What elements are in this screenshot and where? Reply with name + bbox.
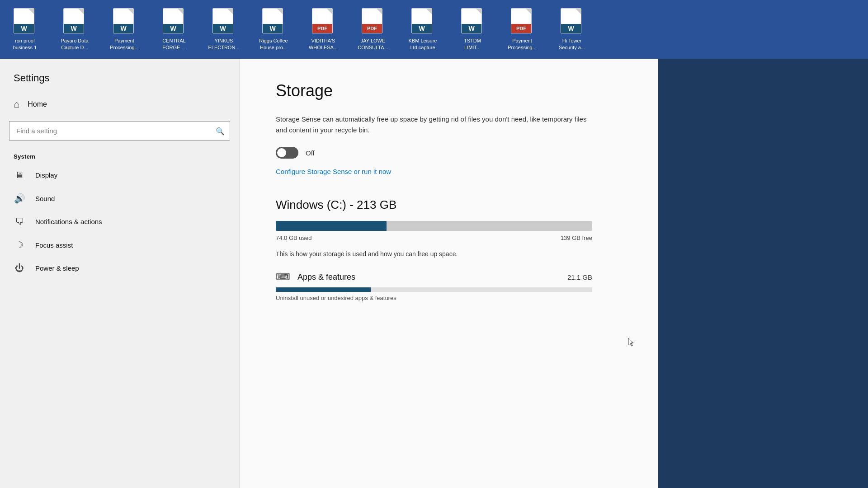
storage-sense-toggle-row: Off <box>276 147 622 159</box>
main-content: Storage Storage Sense can automatically … <box>240 59 658 488</box>
desktop-file-icon[interactable]: WCENTRAL FORGE ... <box>154 8 194 51</box>
display-icon: 🖥 <box>14 170 25 180</box>
focus-label: Focus assist <box>35 241 73 249</box>
toggle-knob <box>277 148 286 157</box>
sound-icon: 🔊 <box>14 193 25 204</box>
focus-icon: ☽ <box>14 239 25 250</box>
system-section-label: System <box>0 150 239 164</box>
sound-label: Sound <box>35 195 55 202</box>
search-icon: 🔍 <box>216 127 225 135</box>
settings-sidebar: Settings ⌂ Home 🔍 System 🖥 Display 🔊 Sou… <box>0 59 240 488</box>
apps-size: 21.1 GB <box>567 273 592 281</box>
apps-bar-used <box>276 287 371 292</box>
search-box: 🔍 <box>9 121 230 141</box>
power-icon: ⏻ <box>14 263 25 273</box>
desktop-file-icon[interactable]: WRiggs Coffee House pro... <box>253 8 294 51</box>
storage-bar <box>276 221 592 231</box>
power-label: Power & sleep <box>35 264 79 272</box>
home-nav-item[interactable]: ⌂ Home <box>0 93 239 116</box>
storage-sense-description: Storage Sense can automatically free up … <box>276 114 592 136</box>
sidebar-item-sound[interactable]: 🔊 Sound <box>0 187 239 210</box>
display-label: Display <box>35 171 57 179</box>
apps-icon: ⌨ <box>276 271 290 283</box>
drive-title: Windows (C:) - 213 GB <box>276 198 622 212</box>
storage-sense-toggle[interactable] <box>276 147 298 159</box>
home-icon: ⌂ <box>14 99 19 110</box>
used-label: 74.0 GB used <box>276 235 312 241</box>
settings-window: Settings ⌂ Home 🔍 System 🖥 Display 🔊 Sou… <box>0 59 658 488</box>
sidebar-item-notifications[interactable]: 🗨 Notifications & actions <box>0 210 239 233</box>
apps-features-row: ⌨ Apps & features 21.1 GB <box>276 271 592 283</box>
desktop-file-icon[interactable]: Wron proof business 1 <box>5 8 45 51</box>
apps-bar <box>276 287 592 292</box>
desktop-file-icon[interactable]: PDFPayment Processing... <box>502 8 542 51</box>
notifications-icon: 🗨 <box>14 216 25 227</box>
apps-label: Apps & features <box>297 272 355 282</box>
desktop-file-icon[interactable]: WKBM Leisure Ltd capture <box>402 8 443 51</box>
apps-left: ⌨ Apps & features <box>276 271 355 283</box>
sidebar-item-power-sleep[interactable]: ⏻ Power & sleep <box>0 257 239 280</box>
page-title: Storage <box>276 81 622 100</box>
desktop-file-icon[interactable]: PDFJAY LOWE CONSULTA... <box>353 8 393 51</box>
storage-bar-used <box>276 221 387 231</box>
desktop-file-icon[interactable]: WPayment Processing... <box>104 8 145 51</box>
desktop-file-icon[interactable]: WHi Tower Security a... <box>552 8 592 51</box>
settings-title: Settings <box>0 59 239 93</box>
configure-storage-sense-link[interactable]: Configure Storage Sense or run it now <box>276 168 391 175</box>
desktop-file-icon[interactable]: WYINKUS ELECTRON... <box>203 8 244 51</box>
toggle-state-label: Off <box>306 149 315 157</box>
storage-labels: 74.0 GB used 139 GB free <box>276 235 592 241</box>
free-label: 139 GB free <box>561 235 592 241</box>
desktop-taskbar: Wron proof business 1WPayaro Data Captur… <box>0 0 868 59</box>
desktop-file-icon[interactable]: PDFVIDITHA'S WHOLESA... <box>303 8 344 51</box>
sidebar-item-focus-assist[interactable]: ☽ Focus assist <box>0 233 239 257</box>
home-label: Home <box>28 100 47 108</box>
storage-usage-desc: This is how your storage is used and how… <box>276 250 622 258</box>
desktop-file-icon[interactable]: WPayaro Data Capture D... <box>54 8 95 51</box>
sidebar-item-display[interactable]: 🖥 Display <box>0 164 239 187</box>
apps-sub-text: Uninstall unused or undesired apps & fea… <box>276 295 622 301</box>
desktop-file-icon[interactable]: WTSTDM LIMIT... <box>452 8 493 51</box>
notifications-label: Notifications & actions <box>35 218 102 225</box>
search-input[interactable] <box>9 121 230 141</box>
